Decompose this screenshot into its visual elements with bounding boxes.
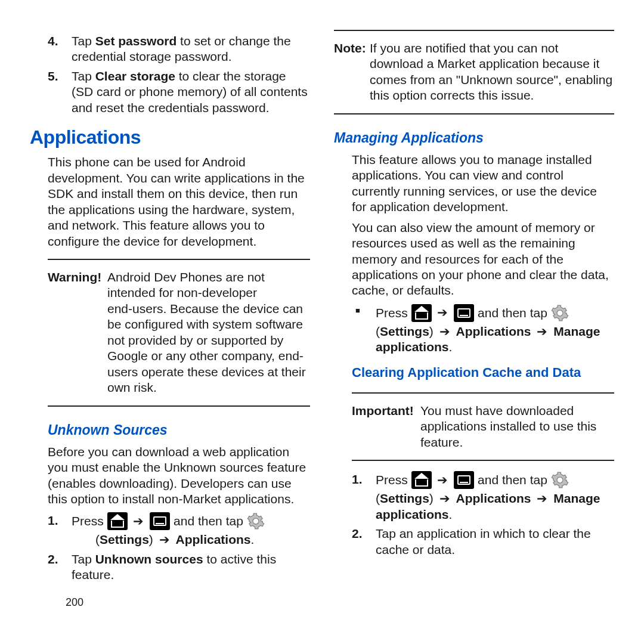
arrow-icon: ➔ [537,491,547,505]
list-item: 1. Press ➔ and then tap (Settings) ➔ App… [48,513,310,547]
home-icon [411,471,432,489]
settings-path: (Settings) ➔ Applications ➔ Manage appli… [376,491,614,522]
list-marker: 4. [48,33,58,49]
text: and then tap [478,473,551,487]
text: . [251,532,255,546]
bold: Applications [176,532,251,546]
gear-icon [551,304,569,322]
divider [48,259,310,260]
settings-path: (Settings) ➔ Applications ➔ Manage appli… [376,324,614,355]
text: ( [376,324,380,338]
paragraph: This feature allows you to manage instal… [352,152,614,215]
list-marker: 2. [48,552,58,567]
text: If you are notified that you can not dow… [370,41,612,102]
text: Android Dev Phones are not intended for … [107,270,265,299]
arrow-icon: ➔ [133,514,144,528]
settings-path: (Settings) ➔ Applications. [72,532,310,547]
list-marker: 5. [48,69,58,84]
warning-block: Warning! Android Dev Phones are not inte… [48,270,310,396]
gear-icon [551,471,569,489]
clearing-cache-steps: 1. Press ➔ and then tap (Settings) ➔ App… [352,468,614,561]
menu-icon [454,471,474,489]
list-item: 1. Press ➔ and then tap (Settings) ➔ App… [352,472,614,522]
heading-unknown-sources: Unknown Sources [48,422,310,438]
list-marker: 1. [48,513,58,528]
bold: Applications [456,324,531,338]
note-block: Note: If you are notified that you can n… [334,41,614,104]
text: Press [72,514,107,528]
text: and then tap [478,305,551,319]
arrow-icon: ➔ [437,473,448,487]
important-label: Important! [352,403,420,419]
right-column: Note: If you are notified that you can n… [334,30,614,632]
credential-steps-continued: 4. Tap Set password to set or change the… [48,30,310,119]
left-column: 4. Tap Set password to set or change the… [30,30,310,632]
text: Tap [72,34,95,48]
paragraph: This phone can be used for Android devel… [48,154,310,249]
bold: Set password [95,34,177,48]
bold: Applications [456,491,531,505]
heading-managing-applications: Managing Applications [334,130,614,146]
divider [334,30,614,31]
home-icon [411,304,432,322]
bold: Settings [380,324,429,338]
arrow-icon: ➔ [437,305,448,319]
list-item: 5. Tap Clear storage to clear the storag… [48,69,310,116]
list-item: 4. Tap Set password to set or change the… [48,33,310,65]
text: Press [376,305,411,319]
text: ) [429,491,437,505]
heading-applications: Applications [30,126,310,148]
text: ( [95,532,100,546]
warning-label: Warning! [48,270,107,285]
text: . [449,507,453,521]
arrow-icon: ➔ [439,324,450,338]
arrow-icon: ➔ [537,324,547,338]
bold: Settings [380,491,429,505]
text: and then tap [174,514,247,528]
bold: Clear storage [95,69,175,83]
text: end-users. Because the device can be con… [107,302,306,394]
list-marker: 2. [352,526,363,541]
text: You must have downloaded applications in… [420,404,596,449]
managing-apps-steps: Press ➔ and then tap (Settings) ➔ Applic… [352,301,614,359]
page-number: 200 [30,596,310,609]
important-block: Important! You must have downloaded appl… [352,403,614,450]
bold: Settings [100,532,149,546]
bold: Unknown sources [95,552,203,566]
list-item: 2. Tap Unknown sources to active this fe… [48,552,310,583]
text: ) [149,532,157,546]
text [531,491,535,505]
page: 4. Tap Set password to set or change the… [0,0,644,644]
text: Tap an application in which to clear the… [376,527,591,556]
note-label: Note: [334,41,370,56]
menu-icon [150,512,170,530]
gear-icon [247,512,265,530]
text: . [449,340,453,354]
paragraph: Before you can download a web applicatio… [48,444,310,507]
menu-icon [454,304,474,322]
divider [334,113,614,114]
paragraph: You can also view the amount of memory o… [352,220,614,299]
heading-clearing-cache: Clearing Application Cache and Data [352,365,614,380]
list-item: 2. Tap an application in which to clear … [352,526,614,558]
arrow-icon: ➔ [159,532,170,546]
text: Tap [72,552,95,566]
divider [352,460,614,461]
home-icon [107,512,128,530]
unknown-sources-steps: 1. Press ➔ and then tap (Settings) ➔ App… [48,509,310,586]
text: Tap [72,69,95,83]
list-marker: 1. [352,472,363,487]
divider [48,405,310,407]
text: ( [376,491,380,505]
text: Press [376,473,411,487]
arrow-icon: ➔ [439,491,450,505]
text: ) [429,324,437,338]
list-item: Press ➔ and then tap (Settings) ➔ Applic… [352,305,614,355]
divider [352,392,614,394]
